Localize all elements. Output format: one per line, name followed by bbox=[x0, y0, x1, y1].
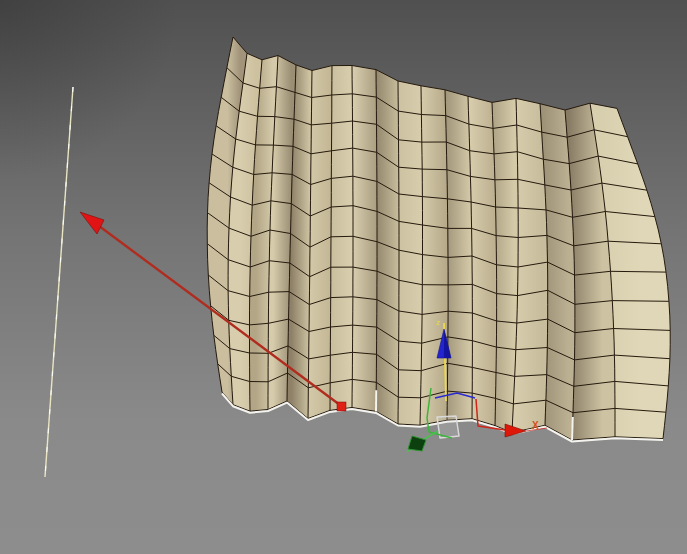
direction-arrow-anchor[interactable] bbox=[337, 402, 346, 411]
3d-viewport[interactable]: zX bbox=[0, 0, 687, 554]
scene-canvas[interactable]: zX bbox=[0, 0, 687, 554]
gizmo-x-label: X bbox=[532, 420, 539, 431]
curtain-fold-face[interactable] bbox=[398, 81, 423, 425]
direction-arrow-head[interactable] bbox=[80, 212, 104, 234]
gizmo-y-cone[interactable] bbox=[408, 436, 426, 451]
guide-spline[interactable] bbox=[45, 87, 73, 477]
curtain-fold-face[interactable] bbox=[376, 70, 399, 424]
curtain-mesh[interactable] bbox=[207, 37, 670, 440]
curtain-fold-face[interactable] bbox=[445, 90, 472, 420]
curtain-fold-face[interactable] bbox=[330, 66, 353, 411]
gizmo-z-label: z bbox=[436, 318, 440, 327]
selection-outline-tick bbox=[572, 417, 573, 440]
